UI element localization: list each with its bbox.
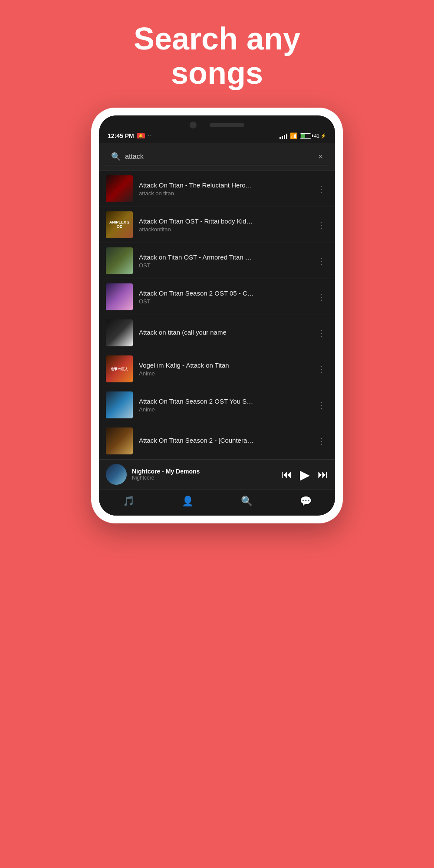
more-options-button[interactable]: ⋮ — [314, 290, 328, 304]
song-thumbnail — [106, 391, 133, 418]
chat-icon: 💬 — [300, 496, 312, 507]
wifi-icon: 📶 — [290, 132, 297, 139]
song-thumbnail — [106, 283, 133, 310]
song-thumbnail — [106, 175, 133, 202]
battery-percent: 41 — [314, 133, 319, 138]
search-bar[interactable]: 🔍 attack × — [106, 148, 328, 165]
song-thumbnail: ANIPLEX 2 OZ — [106, 211, 133, 238]
mini-player[interactable]: Nightcore - My Demons Nightcore ⏮ ▶ ⏭ — [99, 459, 335, 489]
more-options-button[interactable]: ⋮ — [314, 254, 328, 268]
profile-icon: 👤 — [182, 496, 194, 507]
list-item[interactable]: Attack On Titan Season 2 - [Countera… ⋮ — [99, 423, 335, 459]
mini-player-title: Nightcore - My Demons — [132, 468, 276, 475]
song-title: Vogel im Kafig - Attack on Titan — [139, 362, 308, 369]
song-thumbnail — [106, 427, 133, 454]
next-button[interactable]: ⏭ — [318, 468, 328, 480]
mini-player-subtitle: Nightcore — [132, 475, 276, 481]
song-thumbnail: 進撃の巨人 — [106, 355, 133, 382]
bottom-nav: 🎵 👤 🔍 💬 — [99, 489, 335, 516]
search-input[interactable]: attack — [125, 153, 314, 161]
front-camera — [190, 122, 197, 128]
nav-search[interactable]: 🔍 — [241, 496, 253, 507]
more-options-button[interactable]: ⋮ — [314, 182, 328, 196]
mini-player-info: Nightcore - My Demons Nightcore — [132, 468, 276, 481]
song-subtitle: OST — [139, 298, 308, 305]
song-title: Attack On Titan OST - Rittai body Kid… — [139, 217, 308, 225]
more-options-button[interactable]: ⋮ — [314, 398, 328, 412]
list-item[interactable]: Attack on Titan OST - Armored Titan … OS… — [99, 243, 335, 279]
list-item[interactable]: 進撃の巨人 Vogel im Kafig - Attack on Titan A… — [99, 351, 335, 387]
clear-button[interactable]: × — [318, 152, 323, 161]
status-left: 12:45 PM 🔔 ·· — [108, 132, 152, 140]
previous-button[interactable]: ⏮ — [282, 468, 292, 480]
mini-player-controls: ⏮ ▶ ⏭ — [282, 467, 328, 482]
phone-screen: 12:45 PM 🔔 ·· 📶 41 ⚡ — [99, 115, 335, 516]
song-title: Attack On Titan Season 2 OST You S… — [139, 398, 308, 405]
list-item[interactable]: Attack On Titan Season 2 OST You S… Anim… — [99, 387, 335, 423]
more-options-button[interactable]: ⋮ — [314, 218, 328, 232]
status-right: 📶 41 ⚡ — [279, 132, 326, 139]
song-info: Vogel im Kafig - Attack on Titan Anime — [139, 362, 308, 377]
song-subtitle: Anime — [139, 406, 308, 413]
play-button[interactable]: ▶ — [300, 467, 310, 482]
charging-icon: ⚡ — [320, 133, 326, 139]
more-options-button[interactable]: ⋮ — [314, 434, 328, 448]
list-item[interactable]: ANIPLEX 2 OZ Attack On Titan OST - Ritta… — [99, 207, 335, 243]
headline-line2: songs — [171, 56, 263, 90]
song-list: Attack On Titan - The Reluctant Hero… at… — [99, 171, 335, 459]
song-subtitle: Anime — [139, 370, 308, 377]
phone-frame: 12:45 PM 🔔 ·· 📶 41 ⚡ — [91, 108, 343, 523]
notch-area — [99, 115, 335, 131]
list-item[interactable]: Attack On Titan - The Reluctant Hero… at… — [99, 171, 335, 207]
headline-line1: Search any — [134, 21, 300, 56]
search-icon: 🔍 — [111, 152, 121, 161]
nav-chat[interactable]: 💬 — [300, 496, 312, 507]
song-info: Attack on titan (call your name — [139, 329, 308, 337]
song-thumbnail — [106, 319, 133, 346]
song-title: Attack On Titan - The Reluctant Hero… — [139, 181, 308, 189]
status-dots: ·· — [148, 132, 152, 140]
list-item[interactable]: Attack on titan (call your name ⋮ — [99, 315, 335, 351]
song-info: Attack On Titan - The Reluctant Hero… at… — [139, 181, 308, 197]
more-options-button[interactable]: ⋮ — [314, 362, 328, 376]
song-subtitle: attack on titan — [139, 190, 308, 197]
song-info: Attack on Titan OST - Armored Titan … OS… — [139, 253, 308, 269]
clock: 12:45 PM — [108, 132, 134, 139]
speaker-grille — [210, 123, 244, 127]
song-info: Attack On Titan Season 2 - [Countera… — [139, 437, 308, 445]
nav-profile[interactable]: 👤 — [182, 496, 194, 507]
song-info: Attack On Titan Season 2 OST You S… Anim… — [139, 398, 308, 413]
song-subtitle: OST — [139, 262, 308, 269]
search-nav-icon: 🔍 — [241, 496, 253, 507]
song-title: Attack on titan (call your name — [139, 329, 308, 336]
song-info: Attack On Titan Season 2 OST 05 - C… OST — [139, 289, 308, 305]
song-title: Attack On Titan Season 2 - [Countera… — [139, 437, 308, 444]
more-options-button[interactable]: ⋮ — [314, 326, 328, 340]
song-subtitle: attackontitan — [139, 226, 308, 233]
song-title: Attack on Titan OST - Armored Titan … — [139, 253, 308, 261]
song-title: Attack On Titan Season 2 OST 05 - C… — [139, 289, 308, 297]
song-thumbnail — [106, 247, 133, 274]
battery-indicator: 41 ⚡ — [300, 133, 326, 139]
signal-icon — [279, 133, 287, 139]
status-bar: 12:45 PM 🔔 ·· 📶 41 ⚡ — [99, 131, 335, 143]
headline: Search any songs — [108, 0, 326, 103]
notification-icon: 🔔 — [137, 133, 145, 138]
search-area: 🔍 attack × — [99, 143, 335, 171]
song-info: Attack On Titan OST - Rittai body Kid… a… — [139, 217, 308, 233]
music-icon: 🎵 — [123, 496, 135, 507]
mini-player-thumbnail — [106, 464, 127, 485]
list-item[interactable]: Attack On Titan Season 2 OST 05 - C… OST… — [99, 279, 335, 315]
nav-music[interactable]: 🎵 — [123, 496, 135, 507]
